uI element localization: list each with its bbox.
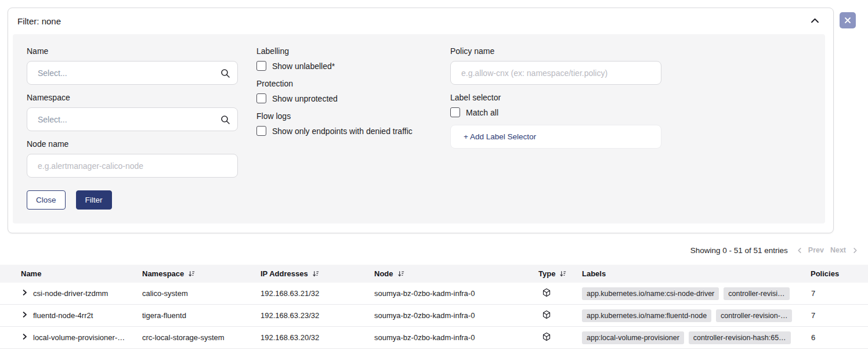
table-header: Name Namespace IP Addresses Node <box>0 265 868 283</box>
chevron-right-icon <box>21 311 28 320</box>
node-name-field-label: Node name <box>27 139 238 149</box>
sort-icon[interactable] <box>559 270 567 277</box>
label-chip: controller-revisi… <box>724 287 789 300</box>
show-unprotected-checkbox[interactable] <box>256 93 266 103</box>
label-chip: controller-revision-… <box>716 309 792 322</box>
labels-cell: app:local-volume-provisionercontroller-r… <box>582 331 805 344</box>
row-expand-button[interactable] <box>21 289 28 298</box>
node-name-input[interactable] <box>27 154 238 178</box>
filter-left-column: Name Namespace Node name <box>27 46 238 210</box>
endpoints-table: Name Namespace IP Addresses Node <box>0 265 868 350</box>
pod-icon <box>542 332 551 343</box>
flow-logs-section-label: Flow logs <box>256 111 432 121</box>
next-page-button[interactable]: Next <box>830 246 846 254</box>
match-all-label: Match all <box>466 108 498 117</box>
column-label: Namespace <box>142 269 184 278</box>
match-all-checkbox[interactable] <box>450 107 460 117</box>
endpoint-node: soumya-bz-0zbo-kadm-infra-0 <box>374 311 538 320</box>
column-header-name: Name <box>0 269 142 278</box>
column-header-policies: Policies <box>805 269 868 278</box>
filter-title: Filter: none <box>17 16 61 26</box>
close-filter-panel-button[interactable] <box>840 12 856 28</box>
column-label: Node <box>374 269 393 278</box>
name-field-label: Name <box>27 46 238 56</box>
show-unlabelled-row: Show unlabelled* <box>256 61 432 71</box>
label-chip: app.kubernetes.io/name:fluentd-node <box>582 309 711 322</box>
filter-card: Filter: none Name Namespace <box>8 8 834 233</box>
match-all-row: Match all <box>450 107 661 117</box>
label-chip: controller-revision-hash:65… <box>689 331 791 344</box>
column-header-node[interactable]: Node <box>374 269 538 278</box>
label-chip: app.kubernetes.io/name:csi-node-driver <box>582 287 719 300</box>
prev-page-button[interactable]: Prev <box>808 246 824 254</box>
policy-name-input[interactable] <box>450 61 661 85</box>
column-header-namespace[interactable]: Namespace <box>142 269 261 278</box>
filter-middle-column: Labelling Show unlabelled* Protection Sh… <box>256 46 432 144</box>
endpoint-policies-count: 6 <box>805 333 868 342</box>
sort-icon[interactable] <box>188 270 196 277</box>
table-row[interactable]: fluentd-node-4rr2t tigera-fluentd 192.16… <box>0 305 868 327</box>
column-header-labels: Labels <box>582 269 805 278</box>
close-icon <box>844 16 851 25</box>
namespace-field-label: Namespace <box>27 93 238 102</box>
endpoint-namespace: crc-local-storage-system <box>142 333 261 342</box>
labels-cell: app.kubernetes.io/name:fluentd-nodecontr… <box>582 309 805 322</box>
collapse-filter-button[interactable] <box>811 17 819 26</box>
sort-icon[interactable] <box>312 270 320 277</box>
chevron-left-icon[interactable] <box>797 247 802 254</box>
chevron-right-icon <box>21 289 28 298</box>
label-selector-section-label: Label selector <box>450 93 661 102</box>
name-select-input[interactable] <box>27 61 238 85</box>
column-label: Policies <box>811 269 839 278</box>
endpoint-namespace: calico-system <box>142 289 261 298</box>
endpoint-node: soumya-bz-0zbo-kadm-infra-0 <box>374 333 538 342</box>
show-unprotected-label: Show unprotected <box>272 94 338 103</box>
denied-traffic-label: Show only endpoints with denied traffic <box>272 127 413 136</box>
endpoint-name: fluentd-node-4rr2t <box>33 311 93 320</box>
endpoint-ip: 192.168.63.23/32 <box>261 311 374 320</box>
column-label: IP Addresses <box>261 269 308 278</box>
column-header-ip-addresses[interactable]: IP Addresses <box>261 269 374 278</box>
filter-card-header: Filter: none <box>8 8 833 33</box>
endpoint-name: csi-node-driver-tzdmm <box>33 289 108 298</box>
sort-icon[interactable] <box>397 270 405 277</box>
policy-name-field-label: Policy name <box>450 46 661 56</box>
namespace-select-input[interactable] <box>27 107 238 131</box>
pod-icon <box>542 310 551 321</box>
chevron-right-icon[interactable] <box>852 247 858 254</box>
row-expand-button[interactable] <box>21 311 28 320</box>
table-row[interactable]: csi-node-driver-tzdmm calico-system 192.… <box>0 283 868 305</box>
filter-right-column: Policy name Label selector Match all + A… <box>450 46 661 149</box>
endpoint-name: local-volume-provisioner-… <box>33 333 125 342</box>
labels-cell: app.kubernetes.io/name:csi-node-driverco… <box>582 287 805 300</box>
table-row[interactable]: local-volume-provisioner-… crc-local-sto… <box>0 327 868 349</box>
column-header-type[interactable]: Type <box>538 269 582 278</box>
endpoint-ip: 192.168.63.20/32 <box>261 333 374 342</box>
row-expand-button[interactable] <box>21 333 28 342</box>
show-unlabelled-checkbox[interactable] <box>256 61 266 71</box>
endpoint-policies-count: 7 <box>805 289 868 298</box>
pagination-bar: Showing 0 - 51 of 51 entries Prev Next <box>0 245 868 255</box>
table-body: csi-node-driver-tzdmm calico-system 192.… <box>0 283 868 350</box>
column-label: Name <box>21 269 41 278</box>
endpoint-policies-count: 7 <box>805 311 868 320</box>
close-button[interactable]: Close <box>27 190 66 210</box>
add-label-selector-button[interactable]: + Add Label Selector <box>450 125 661 149</box>
denied-traffic-row: Show only endpoints with denied traffic <box>256 126 432 136</box>
pod-icon <box>542 288 551 299</box>
chevron-right-icon <box>21 333 28 342</box>
denied-traffic-checkbox[interactable] <box>256 126 266 136</box>
filter-panel-region: Filter: none Name Namespace <box>0 0 868 233</box>
filter-button[interactable]: Filter <box>76 190 112 210</box>
column-label: Type <box>538 269 555 278</box>
label-chip: app:local-volume-provisioner <box>582 331 684 344</box>
show-unlabelled-label: Show unlabelled* <box>272 62 335 71</box>
endpoint-ip: 192.168.63.21/32 <box>261 289 374 298</box>
entries-summary: Showing 0 - 51 of 51 entries <box>690 246 788 255</box>
column-label: Labels <box>582 269 606 278</box>
filter-form: Name Namespace Node name <box>13 34 825 223</box>
protection-section-label: Protection <box>256 79 432 88</box>
show-unprotected-row: Show unprotected <box>256 93 432 103</box>
labelling-section-label: Labelling <box>256 46 432 56</box>
endpoint-node: soumya-bz-0zbo-kadm-infra-0 <box>374 289 538 298</box>
